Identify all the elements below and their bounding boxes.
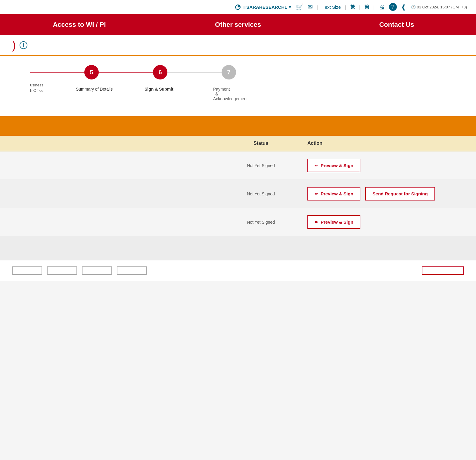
table-row: Not Yet Signed ✏ Preview & Sign Send Req… bbox=[0, 180, 476, 208]
main-nav: Access to WI / PI Other services Contact… bbox=[0, 14, 476, 35]
step-5-circle: 5 bbox=[84, 65, 99, 79]
nav-other-services[interactable]: Other services bbox=[159, 14, 317, 35]
divider2: | bbox=[345, 5, 346, 10]
simplified-chinese-btn[interactable]: 簡 bbox=[365, 4, 369, 10]
row3-actions: ✏ Preview & Sign bbox=[301, 215, 476, 229]
row2-status: Not Yet Signed bbox=[220, 191, 301, 196]
user-menu[interactable]: ◔ ITSARARESEARCH1 ▾ bbox=[235, 3, 291, 11]
nav-access-wi-pi[interactable]: Access to WI / PI bbox=[0, 14, 159, 35]
row3-status: Not Yet Signed bbox=[220, 220, 301, 225]
nav-contact-us[interactable]: Contact Us bbox=[317, 14, 476, 35]
row3-preview-sign-button[interactable]: ✏ Preview & Sign bbox=[307, 215, 360, 229]
row2-preview-sign-button[interactable]: ✏ Preview & Sign bbox=[307, 187, 360, 200]
step5-label: Summary of Details bbox=[72, 84, 87, 92]
step-prev-label-spacer: usiness h Office bbox=[30, 82, 45, 93]
footer-btn-pink[interactable] bbox=[422, 266, 464, 275]
pen-icon: ✏ bbox=[315, 220, 318, 225]
info-bar: ) i bbox=[0, 35, 476, 56]
datetime-wrapper: 🕐 03 Oct 2024, 15:07 (GMT+8) bbox=[411, 5, 467, 9]
footer-buttons bbox=[0, 260, 476, 281]
bracket-icon: ) bbox=[12, 39, 16, 51]
dropdown-icon: ▾ bbox=[289, 4, 291, 10]
top-icons: 🛒 ✉ | Text Size | 繁 | 簡 | 🖨 ? ❰ bbox=[296, 3, 406, 11]
footer-btn-4[interactable] bbox=[117, 266, 147, 275]
footer-btn-1[interactable] bbox=[12, 266, 42, 275]
share-icon[interactable]: ❰ bbox=[401, 3, 406, 11]
row2-send-request-button[interactable]: Send Request for Signing bbox=[365, 187, 435, 200]
row1-preview-sign-button[interactable]: ✏ Preview & Sign bbox=[307, 159, 360, 172]
user-icon: ◔ bbox=[235, 3, 241, 11]
print-icon[interactable]: 🖨 bbox=[379, 4, 385, 11]
divider3: | bbox=[359, 5, 360, 10]
top-bar: ◔ ITSARARESEARCH1 ▾ 🛒 ✉ | Text Size | 繁 … bbox=[0, 0, 476, 14]
row2-actions: ✏ Preview & Sign Send Request for Signin… bbox=[301, 187, 476, 200]
text-size-label[interactable]: Text Size bbox=[322, 5, 341, 10]
mail-icon[interactable]: ✉ bbox=[308, 3, 313, 11]
cart-icon[interactable]: 🛒 bbox=[296, 3, 303, 11]
section-orange-header bbox=[0, 116, 476, 136]
step7-label: Payment &Acknowledgement bbox=[210, 84, 224, 101]
pen-icon: ✏ bbox=[315, 191, 318, 196]
footer-btn-3[interactable] bbox=[82, 266, 112, 275]
table-row: Not Yet Signed ✏ Preview & Sign bbox=[0, 208, 476, 236]
bottom-section bbox=[0, 236, 476, 260]
pen-icon: ✏ bbox=[315, 163, 318, 168]
col-status-header: Status bbox=[220, 141, 301, 146]
divider1: | bbox=[317, 5, 318, 10]
col-name-header bbox=[0, 141, 220, 146]
step6-label: Sign & Submit bbox=[141, 84, 155, 92]
connector-6-7 bbox=[167, 72, 222, 73]
signing-table: Status Action Not Yet Signed ✏ Preview &… bbox=[0, 136, 476, 236]
row1-status: Not Yet Signed bbox=[220, 163, 301, 168]
footer-btn-2[interactable] bbox=[47, 266, 77, 275]
divider4: | bbox=[373, 5, 375, 10]
col-action-header: Action bbox=[301, 141, 476, 146]
steps-row: 5 6 7 bbox=[30, 65, 464, 79]
traditional-chinese-btn[interactable]: 繁 bbox=[350, 4, 355, 10]
connector-5-6 bbox=[99, 72, 153, 73]
step-6-circle: 6 bbox=[153, 65, 167, 79]
connector-4-5 bbox=[30, 72, 84, 73]
table-row: Not Yet Signed ✏ Preview & Sign bbox=[0, 151, 476, 180]
step-7-circle: 7 bbox=[222, 65, 236, 79]
steps-section: 5 6 7 usiness h Office Summary of Detail… bbox=[0, 56, 476, 116]
username-label: ITSARARESEARCH1 bbox=[242, 5, 287, 10]
datetime-label: 🕐 03 Oct 2024, 15:07 (GMT+8) bbox=[411, 5, 467, 9]
row1-actions: ✏ Preview & Sign bbox=[301, 159, 476, 172]
connector-7-end bbox=[236, 72, 290, 73]
table-header: Status Action bbox=[0, 136, 476, 151]
info-icon[interactable]: i bbox=[20, 41, 27, 49]
help-icon[interactable]: ? bbox=[389, 3, 397, 11]
